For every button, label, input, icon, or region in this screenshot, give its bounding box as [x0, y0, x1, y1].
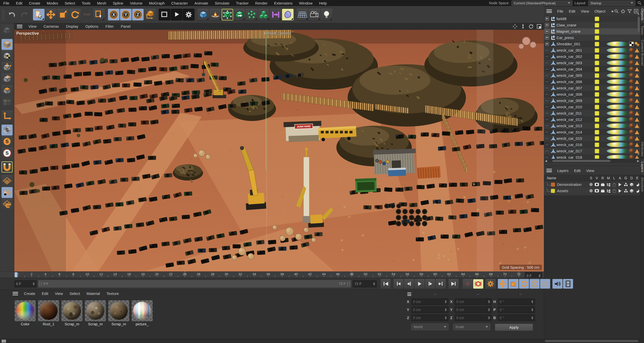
- add-fracture-button[interactable]: [246, 9, 257, 20]
- filter-icon[interactable]: [627, 9, 632, 13]
- object-row-forklift[interactable]: forklift: [544, 16, 640, 22]
- layer-toggle-A[interactable]: [617, 188, 623, 194]
- material-thumbnail[interactable]: [61, 300, 83, 322]
- tri-tag-icon[interactable]: [640, 48, 640, 52]
- undo-button[interactable]: [6, 9, 18, 20]
- visibility-toggles[interactable]: [600, 19, 604, 19]
- object-row-Car_press[interactable]: Car_press: [544, 35, 640, 41]
- visibility-toggles[interactable]: [600, 56, 604, 57]
- layers-menu-edit[interactable]: Edit: [571, 168, 583, 173]
- tri-tag-icon[interactable]: [635, 143, 639, 147]
- add-cube-button[interactable]: [197, 9, 209, 20]
- size-field-X[interactable]: 0 cm: [455, 298, 492, 305]
- uvw-tag-icon[interactable]: [629, 42, 634, 46]
- tab-content-browser[interactable]: Content Browser: [641, 37, 644, 68]
- mat-tag-icon[interactable]: [607, 149, 628, 153]
- rotate-button[interactable]: [69, 9, 81, 20]
- key-rotation-button[interactable]: [519, 279, 529, 289]
- layer-toggle-V[interactable]: [594, 188, 600, 194]
- zoom-view-icon[interactable]: [521, 24, 525, 29]
- next-frame-button[interactable]: [425, 279, 435, 289]
- tri-tag-icon[interactable]: [635, 130, 639, 134]
- tri-tag-icon[interactable]: [635, 118, 639, 122]
- tree-toggle[interactable]: [544, 17, 550, 21]
- rust-tag-icon[interactable]: [629, 73, 634, 78]
- material-thumbnail[interactable]: [14, 300, 36, 322]
- rust-tag-icon[interactable]: [629, 48, 634, 53]
- layer-color-chip[interactable]: [595, 67, 599, 72]
- position-field-X[interactable]: 0 cm: [411, 298, 449, 305]
- tri-tag-icon[interactable]: [635, 61, 639, 65]
- rust-tag-icon[interactable]: [629, 54, 634, 59]
- layer-toggle-S[interactable]: [588, 182, 594, 187]
- layer-color-chip[interactable]: [595, 130, 599, 134]
- tri-tag-icon[interactable]: [635, 74, 639, 78]
- polygon-mode-button[interactable]: [2, 85, 13, 96]
- tri-tag-icon[interactable]: [640, 67, 640, 71]
- visibility-toggles[interactable]: [600, 145, 604, 145]
- menu-tools[interactable]: Tools: [78, 1, 94, 5]
- tab-takes[interactable]: Takes: [641, 23, 644, 37]
- visibility-toggles[interactable]: [600, 25, 604, 25]
- key-scale-button[interactable]: [508, 279, 518, 289]
- tri-tag-icon[interactable]: [640, 143, 640, 147]
- stepper-icon[interactable]: [539, 274, 541, 277]
- tri-tag-icon[interactable]: [640, 86, 640, 90]
- search-icon[interactable]: [614, 9, 619, 13]
- mat-tag-icon[interactable]: [607, 73, 628, 78]
- material-menu-view[interactable]: View: [52, 291, 66, 296]
- expand-icon[interactable]: [545, 36, 549, 40]
- rotation-field-B[interactable]: 0 °: [498, 315, 535, 321]
- tri-tag-icon[interactable]: [635, 99, 639, 103]
- range-start-field[interactable]: 0 F: [14, 280, 36, 287]
- visibility-toggles[interactable]: [600, 82, 604, 82]
- layer-color-chip[interactable]: [595, 61, 599, 65]
- visibility-toggles[interactable]: [600, 38, 604, 38]
- preview-range-slider[interactable]: 0 F 72 F: [38, 280, 351, 288]
- visibility-toggles[interactable]: [600, 100, 604, 101]
- rust-tag-icon[interactable]: [629, 105, 634, 109]
- add-camera-button[interactable]: [309, 9, 320, 20]
- tri-tag-icon[interactable]: [635, 86, 639, 90]
- apply-button[interactable]: Apply: [495, 324, 533, 331]
- node-space-dropdown[interactable]: Current (Standard/Physical): [511, 1, 573, 6]
- live-selection-button[interactable]: [33, 9, 45, 20]
- simulation-scene-b-button[interactable]: S: [2, 136, 13, 147]
- menu-volume[interactable]: Volume: [127, 1, 146, 5]
- tri-tag-icon[interactable]: [640, 80, 640, 84]
- mat-tag-icon[interactable]: [607, 86, 628, 90]
- layer-color-chip[interactable]: [595, 17, 599, 21]
- mat-tag-icon[interactable]: [607, 105, 628, 109]
- rotation-field-P[interactable]: 0 °: [498, 306, 535, 313]
- layer-color-chip[interactable]: [595, 36, 599, 40]
- goto-start-button[interactable]: [381, 279, 391, 289]
- scroll-left-icon[interactable]: ◀: [544, 159, 548, 163]
- layer-color-chip[interactable]: [595, 73, 599, 78]
- layer-toggle-M[interactable]: [606, 188, 611, 194]
- menu-animate[interactable]: Animate: [191, 1, 212, 5]
- menu-character[interactable]: Character: [168, 1, 191, 5]
- add-floor-button[interactable]: [297, 9, 308, 20]
- make-editable-generator-button[interactable]: [222, 9, 233, 20]
- stepper-icon[interactable]: [488, 316, 490, 319]
- menu-extensions[interactable]: Extensions: [271, 1, 296, 5]
- layer-toggle-G[interactable]: [623, 188, 629, 194]
- scroll-up-icon[interactable]: ▲: [637, 12, 640, 15]
- menu-mesh[interactable]: Mesh: [94, 1, 110, 5]
- rotation-field-H[interactable]: 0 °: [498, 298, 535, 305]
- size-field-Z[interactable]: 0 cm: [455, 315, 492, 321]
- layer-toggle-D[interactable]: [629, 188, 634, 194]
- visibility-toggles[interactable]: [600, 138, 604, 139]
- add-light-button[interactable]: [321, 9, 332, 20]
- tri-tag-icon[interactable]: [640, 74, 640, 78]
- menu-simulate[interactable]: Simulate: [212, 1, 233, 5]
- visibility-toggles[interactable]: [600, 50, 604, 51]
- mat-tag-icon[interactable]: [607, 60, 628, 65]
- layer-row-Assets[interactable]: Assets: [544, 188, 640, 194]
- rust-tag-icon[interactable]: [629, 98, 634, 103]
- object-row-wreck_car_012[interactable]: wreck_car_012: [544, 116, 640, 123]
- om-menu-object[interactable]: Object: [592, 9, 608, 13]
- layer-toggle-L[interactable]: [611, 182, 617, 187]
- add-spline-button[interactable]: [210, 9, 221, 20]
- keying-settings-button[interactable]: [486, 279, 496, 289]
